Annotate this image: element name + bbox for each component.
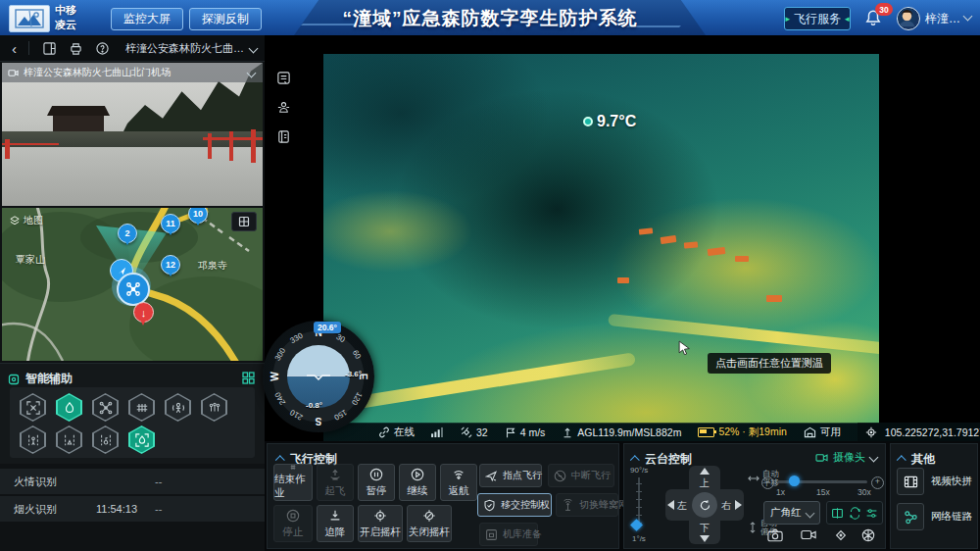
return-home-button[interactable]: 返航: [440, 464, 477, 501]
dock-icon: [804, 426, 816, 438]
app-root: 中移 凌云 监控大屏 探测反制 “潼域”应急森防数字孪生防护系统 ▸ 飞行服务 …: [0, 0, 980, 551]
panel-layout-icon[interactable]: [43, 42, 56, 55]
temperature-point-icon: [583, 117, 593, 126]
film-strip-icon: [897, 468, 924, 495]
device-network-icon[interactable]: [276, 100, 291, 115]
layers-icon: [10, 216, 20, 225]
help-icon[interactable]: [96, 42, 109, 55]
recognition-row-smoke[interactable]: 烟火识别 11:54:13 --: [0, 496, 265, 522]
map-marker[interactable]: 11: [161, 214, 180, 233]
gimbal-speed-max: 90°/s: [630, 466, 648, 475]
camera-selector[interactable]: 摄像头: [815, 450, 877, 465]
map-marker[interactable]: 2: [118, 224, 137, 243]
signal-bars-icon: [431, 426, 444, 437]
video-stitch-item[interactable]: 视频快拼: [897, 468, 972, 495]
network-link-item[interactable]: 网络链路: [897, 503, 972, 530]
exposure-wheel-button[interactable]: [861, 528, 875, 542]
interrupt-flight-button[interactable]: 中断飞行: [548, 464, 614, 487]
status-battery: 52% · 剩19min: [698, 426, 786, 439]
thermal-video[interactable]: 9.7°C 点击画面任意位置测温: [323, 54, 879, 424]
zoom-tick-15x: 15x: [816, 487, 830, 497]
assist-icon-uav-track[interactable]: [92, 393, 119, 422]
gimbal-speed-handle[interactable]: [630, 519, 643, 531]
rotate-view-icon[interactable]: [849, 507, 861, 520]
assist-icon-crowd-detect[interactable]: [201, 393, 227, 422]
hangar-prepare-button[interactable]: 机库准备: [479, 523, 538, 546]
dpad-right-arrow[interactable]: [735, 500, 742, 510]
point-fly-button[interactable]: 指点飞行: [479, 464, 542, 487]
assist-icon-fire-detect[interactable]: [56, 393, 82, 422]
end-job-button[interactable]: 结束作业: [273, 464, 313, 501]
alert-pin[interactable]: ↓: [133, 302, 154, 323]
forced-landing-button[interactable]: 迫降: [317, 505, 354, 542]
lens-select[interactable]: 广角红: [763, 501, 820, 525]
map-mode-toggle[interactable]: [231, 212, 257, 231]
gimbal-compass-button[interactable]: [834, 528, 848, 542]
pitch-value: -3.6°: [345, 370, 362, 378]
resume-button[interactable]: 继续: [399, 464, 436, 501]
zoom-slider-handle[interactable]: [789, 476, 800, 486]
gimbal-recenter-button[interactable]: [692, 492, 717, 518]
map-place-label: 覃家山: [16, 253, 45, 267]
video-record-button[interactable]: [801, 528, 816, 541]
right-arrow-icon: ◂: [845, 14, 850, 24]
dpad-right-label[interactable]: 右: [721, 499, 731, 513]
assist-icon-uav-detect[interactable]: [20, 393, 46, 422]
pause-button[interactable]: 暂停: [358, 464, 395, 501]
map-marker[interactable]: 12: [161, 255, 180, 275]
collapse-chevron-icon[interactable]: [630, 455, 640, 465]
video-feed[interactable]: 梓潼公安森林防火七曲山北门机场: [2, 63, 263, 206]
dpad-left-label[interactable]: 左: [677, 499, 687, 513]
dpad-up-label[interactable]: 上: [700, 476, 710, 490]
recognition-row-fire[interactable]: 火情识别 --: [0, 469, 265, 494]
status-dock: 可用: [804, 426, 841, 439]
assist-icon-person-detect[interactable]: [165, 393, 191, 422]
dpad-down-label[interactable]: 下: [700, 522, 710, 535]
mini-map[interactable]: 地图 覃家山 邛泉寺 2 10 11 12: [2, 208, 263, 361]
drone-marker[interactable]: [117, 273, 150, 306]
thermal-roof: [735, 256, 749, 262]
flight-service-button[interactable]: ▸ 飞行服务 ◂: [784, 7, 851, 30]
video-collapse-chevron-icon[interactable]: [247, 68, 257, 77]
takeoff-button[interactable]: 起飞: [317, 464, 354, 501]
handover-control-button[interactable]: 移交控制权: [477, 493, 552, 517]
report-list-icon[interactable]: [276, 71, 291, 85]
sidebar-toolbar: ‹ 梓潼公安森林防火七曲…: [0, 35, 265, 62]
assist-settings-icon[interactable]: [242, 372, 255, 384]
altitude-icon: [562, 426, 573, 438]
station-dropdown[interactable]: 梓潼公安森林防火七曲…: [125, 41, 257, 56]
camera-icon: [8, 68, 19, 78]
switch-network-button[interactable]: 切换蜂窝网: [556, 493, 618, 517]
map-place-label: 邛泉寺: [198, 259, 227, 273]
thermal-road: [608, 314, 879, 355]
sliders-icon[interactable]: [865, 507, 878, 520]
status-online: 在线: [378, 426, 415, 439]
assist-icon-road-slide-detect[interactable]: [56, 426, 82, 454]
notebook-icon[interactable]: [276, 129, 291, 144]
station-chevron-icon: [249, 43, 259, 53]
zoom-out-button[interactable]: −: [761, 476, 774, 489]
stop-button[interactable]: 停止: [273, 505, 313, 542]
assist-icon: [8, 374, 20, 385]
zoom-in-button[interactable]: +: [871, 476, 884, 489]
collapse-chevron-icon[interactable]: [897, 455, 906, 465]
dpad-down-arrow[interactable]: [700, 535, 710, 542]
enable-joystick-button[interactable]: 开启摇杆: [358, 505, 403, 542]
assist-icon-fire-track[interactable]: [128, 426, 155, 454]
dpad-up-arrow[interactable]: [700, 468, 710, 475]
back-button[interactable]: ‹: [12, 41, 17, 56]
drone-status-bar: 在线 32 4 m/s AGL119.9m/MSL882m 52% · 剩19m…: [323, 423, 980, 441]
red-railing-post: [208, 133, 212, 159]
other-panel: 其他 视频快拼 网络链路: [890, 443, 978, 549]
assist-icon-fence-detect[interactable]: [128, 393, 155, 422]
printer-icon[interactable]: [70, 42, 82, 55]
dpad-left-arrow[interactable]: [667, 500, 674, 510]
user-name[interactable]: 梓潼…: [925, 11, 960, 27]
user-avatar[interactable]: [897, 7, 920, 30]
assist-icon-road-person-detect[interactable]: [20, 426, 46, 454]
assist-icon-road-vehicle-detect[interactable]: [92, 426, 119, 454]
disable-joystick-button[interactable]: 关闭摇杆: [407, 505, 452, 542]
split-view-icon[interactable]: [831, 507, 844, 520]
photo-capture-button[interactable]: [767, 528, 783, 542]
attitude-ball: [287, 345, 350, 408]
